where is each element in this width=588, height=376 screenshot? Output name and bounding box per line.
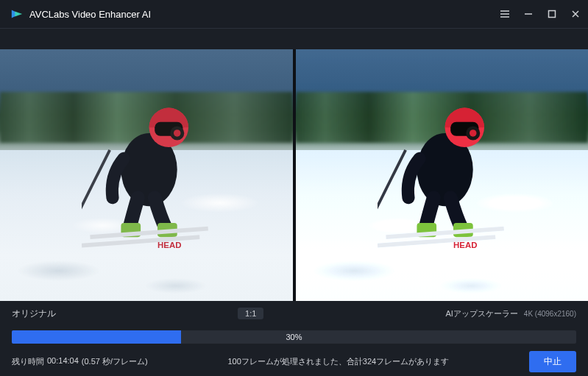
status-text: 100フレームが処理されました、合計324フレームがあります <box>157 356 520 367</box>
svg-line-8 <box>82 150 110 218</box>
progress-bar: 30% <box>0 326 588 347</box>
preview-split: HEAD <box>0 49 588 301</box>
svg-point-18 <box>470 130 477 137</box>
svg-marker-1 <box>15 11 22 16</box>
footer: 残り時間 00:14:04 (0.57 秒/フレーム) 100フレームが処理され… <box>0 347 588 376</box>
app-logo: AVCLabs Video Enhancer AI <box>10 7 151 21</box>
title-bar: AVCLabs Video Enhancer AI <box>0 0 588 28</box>
preview-info-row: オリジナル 1:1 AIアップスケーラー 4K (4096x2160) <box>0 301 588 326</box>
svg-text:HEAD: HEAD <box>453 241 477 250</box>
progress-percent: 30% <box>286 333 302 341</box>
remaining-time-value: 00:14:04 <box>47 356 79 367</box>
enhanced-image: HEAD <box>378 74 518 271</box>
stop-button[interactable]: 中止 <box>529 351 576 372</box>
menu-icon[interactable] <box>500 9 510 19</box>
maximize-icon[interactable] <box>547 9 557 19</box>
close-icon[interactable] <box>570 9 581 19</box>
remaining-time: 残り時間 00:14:04 (0.57 秒/フレーム) <box>12 356 148 367</box>
upscaler-label: AIアップスケーラー <box>445 308 517 319</box>
app-title: AVCLabs Video Enhancer AI <box>29 9 151 20</box>
preview-area: HEAD <box>0 49 588 301</box>
svg-point-7 <box>174 130 181 137</box>
minimize-icon[interactable] <box>523 9 534 19</box>
svg-text:HEAD: HEAD <box>157 241 181 250</box>
zoom-ratio-badge[interactable]: 1:1 <box>238 308 263 319</box>
progress-fill <box>12 330 181 344</box>
remaining-time-label: 残り時間 <box>12 356 44 367</box>
progress-track: 30% <box>12 330 576 344</box>
original-label: オリジナル <box>12 308 56 320</box>
logo-icon <box>10 7 24 21</box>
svg-line-19 <box>378 150 405 218</box>
svg-rect-2 <box>549 11 556 18</box>
frame-rate: (0.57 秒/フレーム) <box>82 356 148 367</box>
output-info: AIアップスケーラー 4K (4096x2160) <box>445 308 576 319</box>
window-controls <box>500 9 581 19</box>
output-resolution: 4K (4096x2160) <box>524 310 576 318</box>
preview-original: HEAD <box>0 49 293 301</box>
preview-enhanced: HEAD <box>296 49 589 301</box>
original-image: HEAD <box>82 74 222 271</box>
